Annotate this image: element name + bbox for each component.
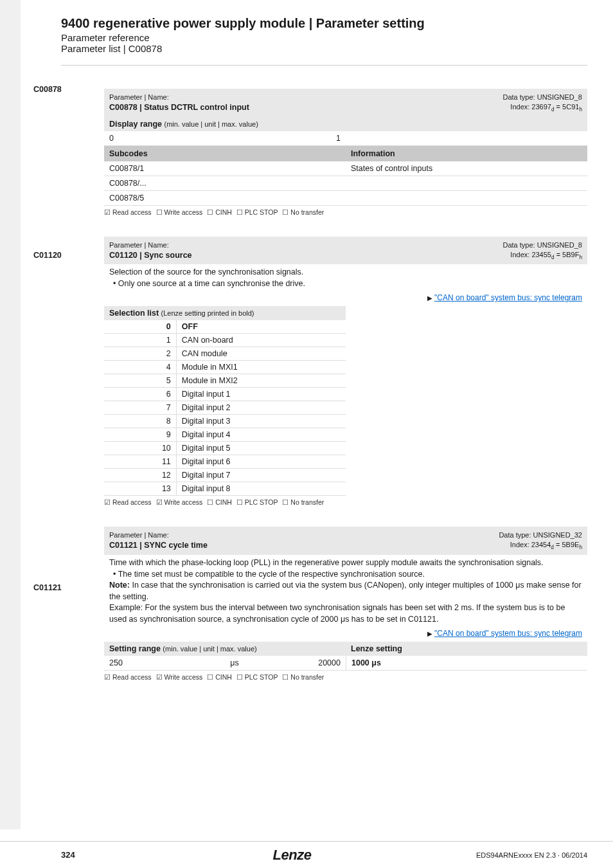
selection-list-row: 11Digital input 6 [104, 455, 346, 469]
param-block-c00878: Parameter | Name: C00878 | Status DCTRL … [104, 78, 587, 217]
selection-list-row: 2CAN module [104, 347, 346, 361]
param-header-row: Parameter | Name: C01121 | SYNC cycle ti… [104, 527, 587, 555]
setting-range-header: Setting range (min. value | unit | max. … [104, 642, 587, 656]
access-flags-row: ☑ Read access ☑ Write access ☐ CINH ☐ PL… [104, 671, 587, 682]
display-range-row: 0 1 [104, 131, 587, 146]
arrow-icon: ▶ [427, 294, 434, 302]
selection-list-row: 5Module in MXI2 [104, 374, 346, 388]
write-access-flag: ☑ Write access [156, 498, 203, 506]
sync-telegram-link[interactable]: "CAN on board" system bus: sync telegram [434, 629, 582, 638]
subcode-row: C00878/... [104, 176, 587, 191]
param-name-label: Parameter | Name: [109, 93, 249, 102]
min-value: 0 [104, 131, 191, 145]
subcode-row: C00878/1 States of control inputs [104, 161, 587, 176]
selection-key: 5 [104, 374, 177, 387]
subcode-row: C00878/5 [104, 191, 587, 206]
selection-key: 13 [104, 482, 177, 495]
subcodes-col-header: Subcodes [104, 146, 346, 161]
selection-key: 1 [104, 334, 177, 347]
datatype-label: Data type: UNSIGNED_8 [503, 93, 583, 102]
plc-stop-flag: ☐ PLC STOP [236, 498, 278, 506]
param-name-value: C00878 | Status DCTRL control input [109, 102, 249, 113]
selection-value: Digital input 6 [177, 455, 346, 468]
index-label: Index: 23455d = 5B9Fh [503, 250, 583, 261]
write-access-flag: ☐ Write access [156, 208, 203, 216]
param-name-value: C01121 | SYNC cycle time [109, 540, 208, 551]
page-title: 9400 regenerative power supply module | … [61, 16, 587, 31]
plc-stop-flag: ☐ PLC STOP [236, 673, 278, 681]
selection-key: 11 [104, 455, 177, 468]
param-header-row: Parameter | Name: C00878 | Status DCTRL … [104, 89, 587, 117]
param-block-c01120: Parameter | Name: C01120 | Sync source D… [104, 237, 587, 508]
selection-value: Module in MXI1 [177, 361, 346, 374]
selection-value: OFF [177, 320, 346, 333]
information-col-header: Information [346, 146, 587, 161]
datatype-label: Data type: UNSIGNED_32 [499, 530, 582, 540]
lenze-logo: Lenze [125, 847, 459, 863]
link-row: ▶ "CAN on board" system bus: sync telegr… [104, 628, 587, 642]
max-value: 1 [269, 131, 346, 145]
selection-list-row: 9Digital input 4 [104, 428, 346, 442]
default-value: 1000 μs [346, 656, 587, 670]
selection-list: 0OFF1CAN on-board2CAN module4Module in M… [104, 320, 346, 496]
selection-list-row: 6Digital input 1 [104, 388, 346, 401]
param-name-label: Parameter | Name: [109, 240, 192, 250]
selection-value: CAN module [177, 347, 346, 360]
setting-range-row: 250 μs 20000 1000 μs [104, 656, 587, 671]
param-id-c01121: C01121 [33, 583, 62, 592]
selection-value: Digital input 1 [177, 388, 346, 401]
no-transfer-flag: ☐ No transfer [282, 673, 324, 681]
plc-stop-flag: ☐ PLC STOP [236, 208, 278, 216]
display-range-header: Display range (min. value | unit | max. … [104, 117, 587, 131]
sync-telegram-link[interactable]: "CAN on board" system bus: sync telegram [434, 293, 582, 302]
selection-list-row: 0OFF [104, 320, 346, 334]
param-name-value: C01120 | Sync source [109, 250, 192, 261]
param-description: Selection of the source for the synchron… [104, 264, 587, 292]
read-access-flag: ☑ Read access [104, 673, 152, 681]
selection-key: 4 [104, 361, 177, 374]
link-row: ▶ "CAN on board" system bus: sync telegr… [104, 292, 587, 306]
selection-value: CAN on-board [177, 334, 346, 347]
page-subtitle-2: Parameter list | C00878 [61, 43, 587, 54]
selection-value: Digital input 3 [177, 415, 346, 428]
selection-value: Digital input 2 [177, 401, 346, 414]
page-number: 324 [61, 850, 125, 860]
index-label: Index: 23454d = 5B9Eh [499, 540, 582, 551]
param-description: Time with which the phase-locking loop (… [104, 555, 587, 628]
unit-value: μs [196, 656, 273, 670]
selection-value: Digital input 4 [177, 428, 346, 441]
subcode-info: States of control inputs [346, 161, 587, 176]
document-id: EDS94ARNExxxx EN 2.3 · 06/2014 [459, 851, 587, 859]
subcode-id: C00878/1 [104, 161, 346, 176]
param-name-label: Parameter | Name: [109, 530, 208, 540]
selection-list-row: 4Module in MXI1 [104, 361, 346, 374]
param-block-c01121: Parameter | Name: C01121 | SYNC cycle ti… [104, 527, 587, 682]
no-transfer-flag: ☐ No transfer [282, 498, 324, 506]
cinh-flag: ☐ CINH [207, 208, 232, 216]
subcode-id: C00878/... [104, 176, 346, 190]
selection-key: 2 [104, 347, 177, 360]
selection-value: Digital input 5 [177, 442, 346, 455]
selection-list-row: 13Digital input 8 [104, 482, 346, 496]
page-header: 9400 regenerative power supply module | … [0, 0, 613, 62]
selection-value: Digital input 8 [177, 482, 346, 495]
read-access-flag: ☑ Read access [104, 208, 152, 216]
datatype-label: Data type: UNSIGNED_8 [503, 240, 583, 250]
max-value: 20000 [273, 656, 346, 670]
no-transfer-flag: ☐ No transfer [282, 208, 324, 216]
param-id-c00878: C00878 [33, 85, 62, 94]
param-header-row: Parameter | Name: C01120 | Sync source D… [104, 237, 587, 265]
read-access-flag: ☑ Read access [104, 498, 152, 506]
access-flags-row: ☑ Read access ☐ Write access ☐ CINH ☐ PL… [104, 206, 587, 217]
selection-key: 10 [104, 442, 177, 455]
subcode-id: C00878/5 [104, 191, 346, 205]
selection-list-row: 12Digital input 7 [104, 469, 346, 482]
selection-key: 12 [104, 469, 177, 482]
selection-key: 0 [104, 320, 177, 333]
index-label: Index: 23697d = 5C91h [503, 102, 583, 113]
selection-value: Digital input 7 [177, 469, 346, 482]
selection-list-row: 8Digital input 3 [104, 415, 346, 428]
subcodes-header-row: Subcodes Information [104, 146, 587, 161]
selection-key: 7 [104, 401, 177, 414]
selection-list-row: 1CAN on-board [104, 334, 346, 347]
